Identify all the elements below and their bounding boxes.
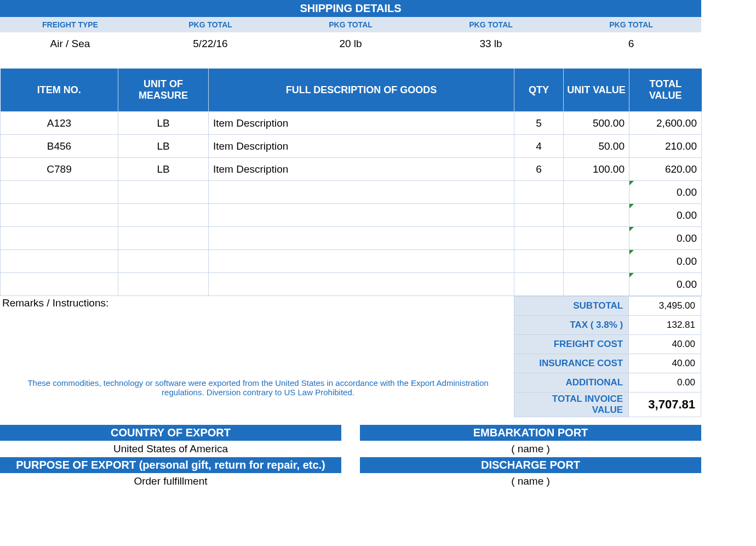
discharge-value: ( name ): [360, 473, 701, 490]
cell: 0.00: [629, 250, 702, 273]
cell: 50.00: [564, 135, 629, 158]
discharge-label: DISCHARGE PORT: [360, 457, 701, 473]
table-row: C789LBItem Description6100.00620.00: [1, 158, 702, 181]
cell: [209, 181, 514, 204]
table-row: A123LBItem Description5500.002,600.00: [1, 112, 702, 135]
additional-value: 0.00: [629, 373, 701, 393]
cell: 2,600.00: [629, 112, 702, 135]
table-row: 0.00: [1, 227, 702, 250]
cell: [1, 273, 118, 296]
cell: [118, 181, 209, 204]
hd-tval: TOTAL VALUE: [629, 69, 702, 112]
cell: [209, 273, 514, 296]
cell: [209, 250, 514, 273]
cell: Item Description: [209, 135, 514, 158]
hd-uom: UNIT OF MEASURE: [118, 69, 209, 112]
cell: [514, 227, 564, 250]
cell: LB: [118, 158, 209, 181]
cell: LB: [118, 112, 209, 135]
subtotal-value: 3,495.00: [629, 297, 701, 316]
remarks-block: Remarks / Instructions: These commoditie…: [0, 296, 514, 417]
shipping-headers: FREIGHT TYPE PKG TOTAL PKG TOTAL PKG TOT…: [0, 17, 701, 32]
cell: [1, 181, 118, 204]
cell: 500.00: [564, 112, 629, 135]
cell: 210.00: [629, 135, 702, 158]
table-row: 0.00: [1, 181, 702, 204]
country-label: COUNTRY OF EXPORT: [0, 425, 341, 441]
cell: [514, 250, 564, 273]
hd-uval: UNIT VALUE: [564, 69, 629, 112]
cell: 0.00: [629, 204, 702, 227]
cell: 0.00: [629, 227, 702, 250]
cell: Item Description: [209, 112, 514, 135]
cell: [118, 250, 209, 273]
freight-value: 40.00: [629, 335, 701, 354]
cell: [564, 250, 629, 273]
cell: [514, 273, 564, 296]
embark-value: ( name ): [360, 441, 701, 457]
ship-val-4: 6: [561, 32, 701, 55]
cell: [564, 204, 629, 227]
cell: [209, 204, 514, 227]
cell: [514, 204, 564, 227]
cell: 620.00: [629, 158, 702, 181]
cell: [514, 181, 564, 204]
table-row: 0.00: [1, 204, 702, 227]
hd-item: ITEM NO.: [1, 69, 118, 112]
tax-value: 132.81: [629, 316, 701, 335]
cell: B456: [1, 135, 118, 158]
table-row: 0.00: [1, 250, 702, 273]
grand-label: TOTAL INVOICE VALUE: [514, 393, 629, 417]
cell: [564, 181, 629, 204]
cell: 4: [514, 135, 564, 158]
ship-hd-2: PKG TOTAL: [280, 17, 421, 32]
ship-hd-0: FREIGHT TYPE: [0, 17, 140, 32]
cell: 0.00: [629, 181, 702, 204]
grand-value: 3,707.81: [629, 393, 701, 417]
cell: [118, 204, 209, 227]
remarks-label: Remarks / Instructions:: [2, 297, 514, 309]
export-note: These commodities, technology or softwar…: [2, 375, 514, 397]
ship-hd-4: PKG TOTAL: [561, 17, 701, 32]
cell: [564, 227, 629, 250]
subtotal-label: SUBTOTAL: [514, 297, 629, 316]
cell: 5: [514, 112, 564, 135]
additional-label: ADDITIONAL: [514, 373, 629, 393]
freight-label: FREIGHT COST: [514, 335, 629, 354]
ship-val-2: 20 lb: [280, 32, 421, 55]
cell: 100.00: [564, 158, 629, 181]
table-row: B456LBItem Description450.00210.00: [1, 135, 702, 158]
country-value: United States of America: [0, 441, 341, 457]
tax-label: TAX ( 3.8% ): [514, 316, 629, 335]
shipping-values: Air / Sea 5/22/16 20 lb 33 lb 6: [0, 32, 701, 55]
ship-val-3: 33 lb: [421, 32, 561, 55]
insurance-value: 40.00: [629, 354, 701, 373]
cell: C789: [1, 158, 118, 181]
ship-val-1: 5/22/16: [140, 32, 280, 55]
shipping-title: SHIPPING DETAILS: [0, 0, 701, 17]
purpose-value: Order fulfillment: [0, 473, 341, 490]
cell: [564, 273, 629, 296]
insurance-label: INSURANCE COST: [514, 354, 629, 373]
cell: Item Description: [209, 158, 514, 181]
cell: [1, 227, 118, 250]
cell: [118, 227, 209, 250]
cell: A123: [1, 112, 118, 135]
cell: 0.00: [629, 273, 702, 296]
hd-qty: QTY: [514, 69, 564, 112]
cell: [209, 227, 514, 250]
items-table: ITEM NO. UNIT OF MEASURE FULL DESCRIPTIO…: [0, 69, 702, 296]
purpose-label: PURPOSE OF EXPORT (personal gift, return…: [0, 457, 341, 473]
table-row: 0.00: [1, 273, 702, 296]
cell: LB: [118, 135, 209, 158]
cell: 6: [514, 158, 564, 181]
cell: [118, 273, 209, 296]
ship-val-0: Air / Sea: [0, 32, 140, 55]
ship-hd-1: PKG TOTAL: [140, 17, 280, 32]
ship-hd-3: PKG TOTAL: [421, 17, 561, 32]
embark-label: EMBARKATION PORT: [360, 425, 701, 441]
cell: [1, 250, 118, 273]
hd-desc: FULL DESCRIPTION OF GOODS: [209, 69, 514, 112]
totals-table: SUBTOTAL3,495.00 TAX ( 3.8% )132.81 FREI…: [514, 296, 701, 417]
cell: [1, 204, 118, 227]
